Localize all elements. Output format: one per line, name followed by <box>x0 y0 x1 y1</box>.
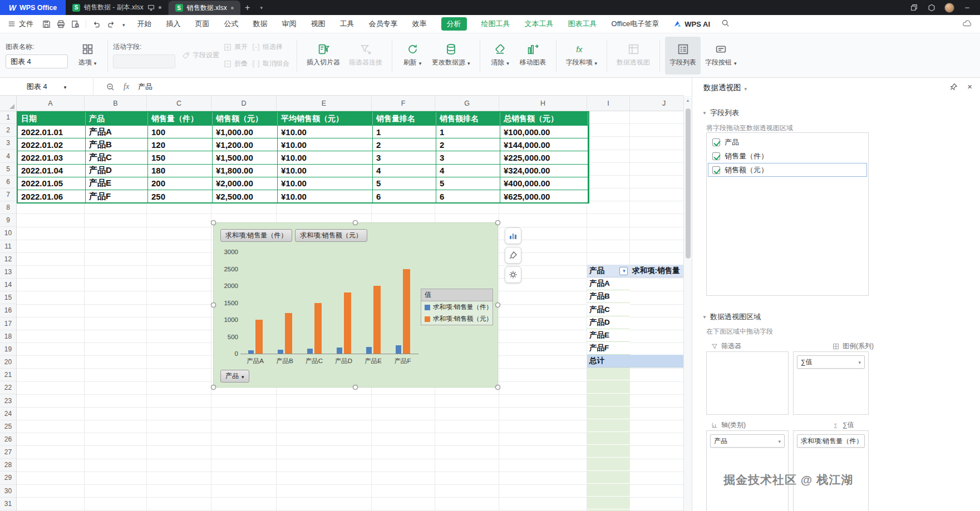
menu-item-文本工具[interactable]: 文本工具 <box>525 19 554 29</box>
cells-area[interactable]: 日期产品销售量（件）销售额（元）平均销售额（元）销售量排名销售额排名总销售额（元… <box>17 111 683 511</box>
bar-sales-amount[interactable] <box>285 313 292 354</box>
expand-button[interactable]: 展开 <box>224 41 248 53</box>
table-cell[interactable]: 180 <box>148 164 213 177</box>
bar-sales-amount[interactable] <box>314 303 322 354</box>
menu-item-视图[interactable]: 视图 <box>311 19 326 29</box>
table-cell[interactable]: 产品C <box>86 151 148 163</box>
row-header-8[interactable]: 8 <box>0 201 16 214</box>
field-list-button[interactable]: 字段列表 <box>665 37 701 75</box>
table-cell[interactable]: 2022.01.02 <box>18 138 86 151</box>
row-header-13[interactable]: 13 <box>0 266 16 279</box>
selection-handle[interactable] <box>495 302 500 307</box>
row-header-17[interactable]: 17 <box>0 317 16 330</box>
ungroup-button[interactable]: 取消组合 <box>252 58 289 70</box>
selection-handle[interactable] <box>211 385 216 390</box>
column-header-E[interactable]: E <box>277 96 372 111</box>
bar-sales-amount[interactable] <box>373 286 381 354</box>
group-select-button[interactable]: 组选择 <box>252 41 289 53</box>
table-cell[interactable]: ¥10.00 <box>278 177 373 190</box>
table-cell[interactable]: 120 <box>148 138 213 151</box>
bar-sales-amount[interactable] <box>255 320 263 354</box>
pivot-row[interactable]: 产品D <box>587 316 683 329</box>
table-cell[interactable]: 2 <box>373 138 436 151</box>
selection-handle[interactable] <box>211 302 216 307</box>
table-cell[interactable]: 4 <box>373 164 436 177</box>
filters-area-box[interactable] <box>706 351 789 415</box>
table-cell[interactable]: 产品E <box>86 177 148 190</box>
print-preview-icon[interactable] <box>71 20 80 28</box>
checkbox-checked-icon[interactable] <box>712 166 720 174</box>
row-header-31[interactable]: 31 <box>0 498 16 510</box>
column-header-I[interactable]: I <box>587 96 630 111</box>
row-header-9[interactable]: 9 <box>0 214 16 227</box>
selection-handle[interactable] <box>353 385 358 390</box>
select-all-corner[interactable] <box>0 96 17 111</box>
chart-field-button[interactable]: 求和项:销售额（元） <box>295 229 367 242</box>
save-icon[interactable] <box>42 20 51 28</box>
cloud-sync-icon[interactable] <box>962 19 972 29</box>
print-icon[interactable] <box>57 20 65 28</box>
row-header-28[interactable]: 28 <box>0 459 16 472</box>
table-cell[interactable]: ¥2,500.00 <box>213 190 278 202</box>
chart-field-button[interactable]: 求和项:销售量（件） <box>220 229 292 242</box>
menu-item-插入[interactable]: 插入 <box>166 19 181 29</box>
table-cell[interactable]: 3 <box>373 151 436 163</box>
row-header-10[interactable]: 10 <box>0 227 16 240</box>
table-cell[interactable]: ¥10.00 <box>278 151 373 163</box>
column-header-D[interactable]: D <box>211 96 277 111</box>
menu-item-开始[interactable]: 开始 <box>137 19 152 29</box>
field-settings-button[interactable]: 字段设置 <box>182 49 219 62</box>
axis-area-box[interactable]: 产品 <box>706 430 789 511</box>
row-header-4[interactable]: 4 <box>0 150 16 162</box>
row-header-29[interactable]: 29 <box>0 472 16 484</box>
table-cell[interactable]: 2022.01.06 <box>18 190 86 202</box>
menu-item-active[interactable]: 分析 <box>441 17 467 31</box>
table-cell[interactable]: 2022.01.04 <box>18 164 86 177</box>
file-menu[interactable]: 文件 <box>8 19 33 29</box>
row-header-3[interactable]: 3 <box>0 137 16 150</box>
redo-icon[interactable] <box>107 20 115 28</box>
pivot-filter-button[interactable] <box>619 267 628 275</box>
formula-content[interactable]: 产品 <box>138 82 152 92</box>
filter-connections-button[interactable]: 筛选器连接 <box>344 37 387 75</box>
menu-item-公式[interactable]: 公式 <box>224 19 239 29</box>
menu-item-效率[interactable]: 效率 <box>412 19 427 29</box>
row-header-15[interactable]: 15 <box>0 291 16 304</box>
table-cell[interactable]: 250 <box>148 190 213 202</box>
name-box[interactable]: 图表 4 <box>0 78 93 95</box>
close-icon[interactable]: × <box>967 82 972 91</box>
tab-list-dropdown[interactable] <box>255 0 267 15</box>
row-header-26[interactable]: 26 <box>0 433 16 446</box>
selection-handle[interactable] <box>353 220 358 225</box>
row-header-25[interactable]: 25 <box>0 420 16 433</box>
field-item-产品[interactable]: 产品 <box>708 135 867 149</box>
table-cell[interactable]: ¥10.00 <box>278 164 373 177</box>
scroll-up-arrow[interactable] <box>684 96 692 105</box>
column-header-F[interactable]: F <box>372 96 435 111</box>
table-cell[interactable]: 5 <box>436 177 500 190</box>
field-list-section-header[interactable]: 字段列表 <box>702 108 739 118</box>
pivot-row[interactable]: 产品C <box>587 303 683 316</box>
table-cell[interactable]: 150 <box>148 151 213 163</box>
checkbox-checked-icon[interactable] <box>712 152 720 160</box>
row-header-12[interactable]: 12 <box>0 253 16 266</box>
table-cell[interactable]: ¥10.00 <box>278 190 373 202</box>
table-cell[interactable]: 200 <box>148 177 213 190</box>
row-header-19[interactable]: 19 <box>0 343 16 356</box>
move-chart-button[interactable]: 移动图表 <box>515 37 551 75</box>
insert-slicer-button[interactable]: 插入切片器 <box>302 37 344 75</box>
row-header-20[interactable]: 20 <box>0 356 16 369</box>
pivot-header-product[interactable]: 产品 <box>587 265 630 277</box>
table-cell[interactable]: 1 <box>436 125 500 138</box>
table-cell[interactable]: 3 <box>436 151 500 163</box>
table-cell[interactable]: 产品D <box>86 164 148 177</box>
pivot-row[interactable]: 产品A <box>587 277 683 290</box>
column-header-A[interactable]: A <box>17 96 85 111</box>
table-cell[interactable]: 产品F <box>86 190 148 202</box>
scrollbar-thumb[interactable] <box>686 108 691 259</box>
row-header-23[interactable]: 23 <box>0 394 16 407</box>
zoom-formula-icon[interactable] <box>106 82 115 91</box>
table-cell[interactable]: 4 <box>436 164 500 177</box>
table-cell[interactable]: 产品A <box>86 125 148 138</box>
row-header-11[interactable]: 11 <box>0 240 16 253</box>
